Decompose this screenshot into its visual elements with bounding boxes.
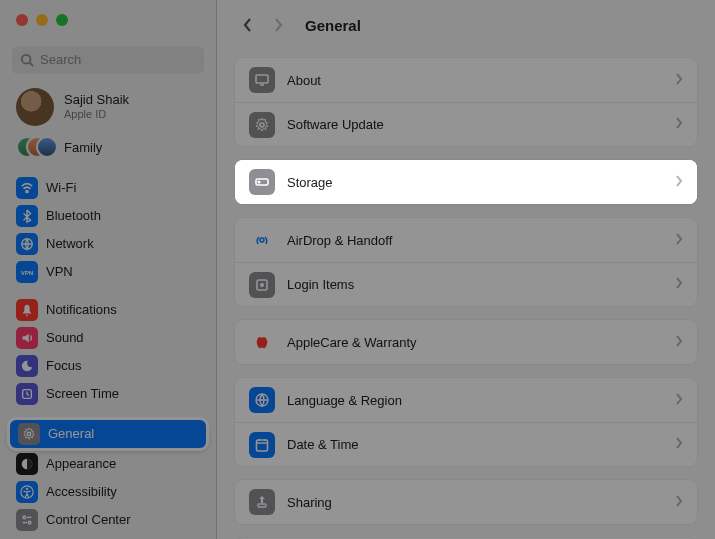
back-button[interactable] <box>237 14 259 36</box>
minimize-window-button[interactable] <box>36 14 48 26</box>
controlcenter-icon <box>16 509 38 531</box>
sidebar-item-label: Appearance <box>46 456 116 471</box>
chevron-right-icon <box>675 73 683 88</box>
family-label: Family <box>64 140 102 155</box>
svg-rect-24 <box>257 440 268 451</box>
sidebar-item-vpn[interactable]: VPNVPN <box>8 258 208 286</box>
svg-rect-15 <box>256 75 268 83</box>
svg-line-1 <box>30 62 34 66</box>
screentime-icon <box>16 383 38 405</box>
sidebar-item-label: Screen Time <box>46 386 119 401</box>
chevron-right-icon <box>675 495 683 510</box>
sidebar-item-label: Control Center <box>46 512 131 527</box>
chevron-right-icon <box>675 437 683 452</box>
chevron-right-icon <box>675 335 683 350</box>
chevron-right-icon <box>675 393 683 408</box>
main-panel: General AboutSoftware UpdateStorageAirDr… <box>217 0 715 539</box>
svg-point-20 <box>260 238 264 242</box>
datetime-icon <box>249 432 275 458</box>
family-icon <box>16 136 54 160</box>
applecare-icon <box>249 329 275 355</box>
svg-point-13 <box>28 521 31 524</box>
sidebar-item-sound[interactable]: Sound <box>8 324 208 352</box>
window-controls <box>0 0 216 42</box>
storage-icon <box>249 169 275 195</box>
row-sharing[interactable]: Sharing <box>235 480 697 524</box>
row-label: Date & Time <box>287 437 663 452</box>
content: AboutSoftware UpdateStorageAirDrop & Han… <box>217 50 715 539</box>
row-label: AppleCare & Warranty <box>287 335 663 350</box>
row-airdrop-handoff[interactable]: AirDrop & Handoff <box>235 218 697 262</box>
account-name: Sajid Shaik <box>64 93 129 107</box>
vpn-icon: VPN <box>16 261 38 283</box>
account-subtitle: Apple ID <box>64 108 129 120</box>
svg-point-7 <box>27 432 31 436</box>
row-date-time[interactable]: Date & Time <box>235 422 697 466</box>
svg-point-22 <box>261 283 263 285</box>
row-label: AirDrop & Handoff <box>287 233 663 248</box>
chevron-right-icon <box>675 117 683 132</box>
row-language-region[interactable]: Language & Region <box>235 378 697 422</box>
row-label: Software Update <box>287 117 663 132</box>
sidebar: Search Sajid Shaik Apple ID Family Wi-Fi… <box>0 0 217 539</box>
sidebar-item-bluetooth[interactable]: Bluetooth <box>8 202 208 230</box>
page-title: General <box>305 17 361 34</box>
row-label: Storage <box>287 175 663 190</box>
settings-window: Search Sajid Shaik Apple ID Family Wi-Fi… <box>0 0 715 539</box>
sidebar-item-network[interactable]: Network <box>8 230 208 258</box>
svg-point-5 <box>26 314 28 316</box>
search-input[interactable]: Search <box>12 46 204 74</box>
settings-group: Sharing <box>235 480 697 524</box>
sidebar-item-screen-time[interactable]: Screen Time <box>8 380 208 408</box>
sidebar-item-label: Focus <box>46 358 81 373</box>
settings-group: AppleCare & Warranty <box>235 320 697 364</box>
search-placeholder: Search <box>40 52 81 67</box>
family-row[interactable]: Family <box>0 132 216 170</box>
sidebar-item-wi-fi[interactable]: Wi-Fi <box>8 174 208 202</box>
zoom-window-button[interactable] <box>56 14 68 26</box>
settings-group: Storage <box>235 160 697 204</box>
sidebar-item-accessibility[interactable]: Accessibility <box>8 478 208 506</box>
sidebar-item-appearance[interactable]: Appearance <box>8 450 208 478</box>
focus-icon <box>16 355 38 377</box>
sidebar-item-focus[interactable]: Focus <box>8 352 208 380</box>
gear-icon <box>249 112 275 138</box>
sidebar-item-label: VPN <box>46 264 73 279</box>
svg-text:VPN: VPN <box>21 268 34 275</box>
chevron-left-icon <box>243 18 253 32</box>
svg-point-11 <box>23 516 26 519</box>
row-about[interactable]: About <box>235 58 697 102</box>
row-login-items[interactable]: Login Items <box>235 262 697 306</box>
svg-point-17 <box>260 123 264 127</box>
sound-icon <box>16 327 38 349</box>
accessibility-icon <box>16 481 38 503</box>
sidebar-list: Wi-FiBluetoothNetworkVPNVPNNotifications… <box>0 170 216 539</box>
about-icon <box>249 67 275 93</box>
sidebar-item-notifications[interactable]: Notifications <box>8 296 208 324</box>
row-storage[interactable]: Storage <box>235 160 697 204</box>
row-software-update[interactable]: Software Update <box>235 102 697 146</box>
appearance-icon <box>16 453 38 475</box>
gear-icon <box>18 423 40 445</box>
header: General <box>217 0 715 50</box>
svg-rect-28 <box>258 504 266 507</box>
sidebar-item-general[interactable]: General <box>10 420 206 448</box>
sidebar-item-label: Wi-Fi <box>46 180 76 195</box>
search-icon <box>20 53 34 67</box>
forward-button[interactable] <box>267 14 289 36</box>
settings-group: Language & RegionDate & Time <box>235 378 697 466</box>
avatar <box>16 88 54 126</box>
svg-point-2 <box>26 190 28 192</box>
sidebar-item-label: Notifications <box>46 302 117 317</box>
sidebar-item-control-center[interactable]: Control Center <box>8 506 208 534</box>
chevron-right-icon <box>675 175 683 190</box>
bluetooth-icon <box>16 205 38 227</box>
row-applecare-warranty[interactable]: AppleCare & Warranty <box>235 320 697 364</box>
settings-group: AirDrop & HandoffLogin Items <box>235 218 697 306</box>
login-icon <box>249 272 275 298</box>
sharing-icon <box>249 489 275 515</box>
sidebar-item-label: Sound <box>46 330 84 345</box>
airdrop-icon <box>249 227 275 253</box>
close-window-button[interactable] <box>16 14 28 26</box>
apple-id-row[interactable]: Sajid Shaik Apple ID <box>0 84 216 132</box>
